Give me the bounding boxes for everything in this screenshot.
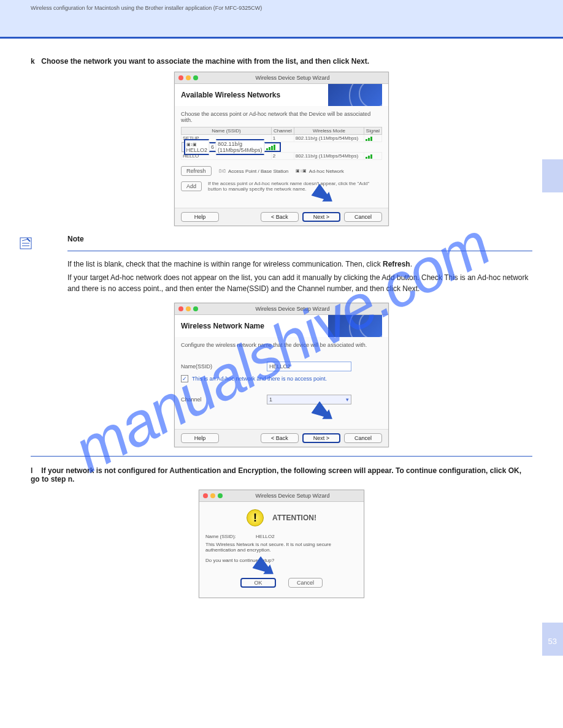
minimize-icon[interactable] xyxy=(186,75,191,80)
dialog-wireless-network-name: Wireless Device Setup Wizard Wireless Ne… xyxy=(174,303,389,447)
back-button[interactable]: < Back xyxy=(261,212,299,222)
running-head: Wireless configuration for Macintosh usi… xyxy=(31,5,262,11)
dialog-title: Wireless Device Setup Wizard xyxy=(201,306,385,312)
cancel-button[interactable]: Cancel xyxy=(288,578,323,588)
ssid-input[interactable]: HELLO2 xyxy=(267,362,351,371)
brand-swirl xyxy=(328,84,382,106)
adhoc-checkbox[interactable]: ✓ xyxy=(181,375,188,382)
ok-button[interactable]: OK xyxy=(240,578,276,588)
add-button[interactable]: Add xyxy=(181,181,202,191)
col-channel: Channel xyxy=(271,127,294,135)
ssid-label: Name (SSID): xyxy=(205,534,236,539)
table-row[interactable]: HELLO2802.11b/g (11Mbps/54Mbps) xyxy=(182,153,382,160)
attention-heading: ATTENTION! xyxy=(272,514,316,522)
step-text: If your network is not configured for Au… xyxy=(31,466,521,483)
note-title: Note xyxy=(67,235,532,243)
next-button[interactable]: Next > xyxy=(302,433,340,443)
dialog-title: Wireless Device Setup Wizard xyxy=(225,493,360,499)
step-letter: l xyxy=(31,466,39,475)
dialog-attention: Wireless Device Setup Wizard ! ATTENTION… xyxy=(199,490,364,598)
minimize-icon[interactable] xyxy=(210,493,215,498)
note-icon xyxy=(18,236,33,251)
confirm-text: Do you want to continue setup? xyxy=(205,558,358,563)
close-icon[interactable] xyxy=(178,75,183,80)
zoom-icon[interactable] xyxy=(193,75,198,80)
step-letter: k xyxy=(31,57,39,66)
minimize-icon[interactable] xyxy=(186,306,191,311)
step-text: Choose the network you want to associate… xyxy=(41,57,369,66)
next-button[interactable]: Next > xyxy=(302,212,340,222)
help-button[interactable]: Help xyxy=(181,212,219,222)
brand-swirl xyxy=(328,315,382,337)
warning-text: This Wireless Network is not secure. It … xyxy=(205,542,358,553)
col-name: Name (SSID) xyxy=(182,127,272,135)
table-row[interactable]: SETUP1802.11b/g (11Mbps/54Mbps) xyxy=(182,135,382,142)
col-mode: Wireless Mode xyxy=(294,127,364,135)
channel-label: Channel xyxy=(181,396,236,403)
refresh-button[interactable]: Refresh xyxy=(181,166,212,176)
cancel-button[interactable]: Cancel xyxy=(344,212,382,222)
dialog-title: Wireless Device Setup Wizard xyxy=(201,75,385,81)
legend-adhoc: ▣↕▣Ad-hoc Network xyxy=(296,169,343,174)
close-icon[interactable] xyxy=(178,306,183,311)
add-help-text: If the access point or Ad-hoc network na… xyxy=(208,181,382,192)
legend-ap: ▯↕▯Access Point / Base Station xyxy=(219,169,289,174)
col-signal: Signal xyxy=(364,127,381,135)
table-row[interactable]: ▣↕▣ HELLO26802.11b/g (11Mbps/54Mbps) xyxy=(182,142,266,152)
cancel-button[interactable]: Cancel xyxy=(344,433,382,443)
page-number: 53 xyxy=(548,637,557,646)
ssid-value: HELLO2 xyxy=(256,534,275,539)
note-text: If your target Ad-hoc network does not a… xyxy=(67,272,532,294)
zoom-icon[interactable] xyxy=(218,493,223,498)
ssid-label: Name(SSID) xyxy=(181,363,236,370)
dialog-available-networks: Wireless Device Setup Wizard Available W… xyxy=(174,72,389,226)
help-button[interactable]: Help xyxy=(181,433,219,443)
instruction-text: Choose the access point or Ad-hoc networ… xyxy=(181,111,382,123)
instruction-text: Configure the wireless network name that… xyxy=(181,342,382,348)
close-icon[interactable] xyxy=(203,493,208,498)
pointer-arrow-icon xyxy=(311,401,337,425)
back-button[interactable]: < Back xyxy=(261,433,299,443)
channel-select[interactable]: 1▾ xyxy=(267,395,351,404)
dialog-heading: Available Wireless Networks xyxy=(181,91,280,99)
network-table: Name (SSID) Channel Wireless Mode Signal… xyxy=(181,127,382,160)
note-text: If the list is blank, check that the mac… xyxy=(67,259,532,270)
dialog-heading: Wireless Network Name xyxy=(181,322,264,330)
warning-icon: ! xyxy=(247,509,264,526)
adhoc-label: This is an Ad-hoc network and there is n… xyxy=(192,376,327,382)
zoom-icon[interactable] xyxy=(193,306,198,311)
